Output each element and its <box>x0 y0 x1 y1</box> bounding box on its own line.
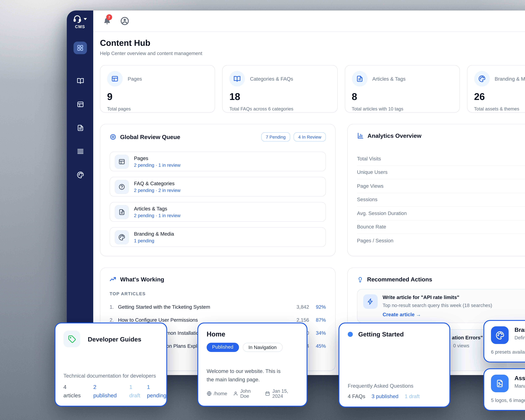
logos-images-text: 5 logos, 6 images <box>491 398 525 403</box>
analytics-row: Sessions 21,206 +9.4% <box>357 193 525 207</box>
action-card-write-article[interactable]: Write article for "API rate limits" Top … <box>357 289 525 323</box>
developer-guides-card[interactable]: Developer Guides Technical documentation… <box>55 323 167 407</box>
page-date: Jan 15, 2024 <box>272 389 298 399</box>
file-text-icon <box>77 124 84 131</box>
stat-card-articles-tags[interactable]: Articles & Tags 8 Total articles with 10… <box>345 65 460 112</box>
stat-label: Articles & Tags <box>372 76 406 82</box>
stat-cards: Pages 9 Total pages Categories & FAQs 18… <box>100 65 525 112</box>
article-row[interactable]: 1. Getting Started with the Ticketing Sy… <box>110 300 326 313</box>
stat-card-categories-faqs[interactable]: Categories & FAQs 18 Total FAQs across 6… <box>222 65 338 112</box>
user-avatar[interactable] <box>120 16 129 26</box>
status-dot-icon <box>348 332 353 337</box>
queue-item-pages[interactable]: Pages 2 pending · 1 in review <box>110 152 326 171</box>
card-stats: 4 FAQs 3 published 1 draft <box>348 393 441 399</box>
stat-label: Categories & FAQs <box>250 76 293 82</box>
chevron-down-icon <box>84 18 87 20</box>
queue-item-status: 2 pending · 2 in review <box>134 188 180 193</box>
presets-available-text: 6 presets available <box>491 349 525 355</box>
circle-help-icon <box>115 179 129 194</box>
sidebar-item-branding[interactable] <box>74 168 87 181</box>
article-rank: 1. <box>110 304 118 310</box>
queue-item-faq-categories[interactable]: FAQ & Categories 2 pending · 2 in review <box>110 177 326 196</box>
stat-card-pages[interactable]: Pages 9 Total pages <box>100 65 215 112</box>
queue-item-branding-media[interactable]: Branding & Media 1 pending <box>110 227 326 247</box>
global-review-queue-panel: Global Review Queue 7 Pending 4 In Revie… <box>100 124 336 256</box>
stat-value: 4 <box>63 384 81 390</box>
article-title: Getting Started with the Ticketing Syste… <box>118 304 297 310</box>
sidebar-item-articles[interactable] <box>74 121 87 134</box>
article-views: 2,156 <box>297 317 309 323</box>
analytics-row: Total Visits 24,812 +12.3% <box>357 152 525 166</box>
sidebar-item-pages[interactable] <box>74 98 87 111</box>
palette-icon <box>474 71 490 86</box>
page-slug: /home <box>214 391 227 396</box>
logo-text: CMS <box>75 24 85 29</box>
panel-title: Analytics Overview <box>367 132 422 139</box>
stat-label: pending <box>147 392 166 399</box>
queue-item-title: Branding & Media <box>134 231 174 237</box>
assets-logos-card[interactable]: Assets & Logos Manage your logos, images… <box>483 368 525 411</box>
layout-panel-icon <box>77 101 84 108</box>
card-description: Technical documentation for developers <box>63 373 158 379</box>
user-icon <box>233 391 238 396</box>
brand-colors-card[interactable]: Brand Colors Define your brand color pal… <box>483 320 525 363</box>
layout-panel-icon <box>115 154 129 169</box>
draft-count: 1 draft <box>405 393 420 399</box>
metric-label: Page Views <box>357 183 525 189</box>
sidebar-item-navigation[interactable] <box>74 145 87 158</box>
card-title: Assets & Logos <box>515 375 525 381</box>
card-title: Developer Guides <box>88 335 141 343</box>
review-eye-icon <box>110 134 116 140</box>
dashboard-grid-icon <box>77 45 84 51</box>
bar-chart-icon <box>357 132 364 139</box>
analytics-rows: Total Visits 24,812 +12.3% Unique Users … <box>357 152 525 247</box>
article-rate: 92% <box>313 304 326 310</box>
file-text-icon <box>352 71 367 86</box>
getting-started-card[interactable]: Getting Started Frequently Asked Questio… <box>338 323 450 407</box>
home-page-card[interactable]: Home Published In Navigation Welcome to … <box>197 323 308 407</box>
stat-sublabel: Total FAQs across 6 categories <box>229 106 330 111</box>
stat-value: 8 <box>352 91 453 103</box>
analytics-row: Pages / Session 3.18 +4.5% <box>357 234 525 247</box>
faq-count: 4 FAQs <box>348 393 365 399</box>
sidebar: CMS <box>67 10 93 375</box>
workspace-switcher[interactable]: CMS <box>67 15 93 29</box>
article-title: How to Configure User Permissions <box>118 317 297 323</box>
lightbulb-icon <box>357 276 363 282</box>
queue-item-title: Articles & Tags <box>134 206 180 212</box>
pending-count-badge: 7 Pending <box>261 132 290 141</box>
article-rate: 87% <box>313 317 326 323</box>
card-description: Frequently Asked Questions <box>348 383 441 389</box>
analytics-overview-panel: Analytics Overview Last 30 days Total Vi… <box>347 124 525 256</box>
sidebar-item-dashboard[interactable] <box>74 42 87 54</box>
card-description: Welcome to our website. This is the main… <box>207 368 286 384</box>
app-window: CMS <box>67 10 525 375</box>
screenshot-stage: CMS <box>0 0 525 420</box>
stat-sublabel: Total assets & themes <box>474 106 525 111</box>
review-queue-list: Pages 2 pending · 1 in review FAQ & Cate… <box>110 152 326 247</box>
book-open-icon <box>229 71 245 86</box>
stat-sublabel: Total pages <box>107 106 208 111</box>
stat-sublabel: Total articles with 10 tags <box>352 106 453 111</box>
analytics-row: Avg. Session Duration 3m 24s +0.8% <box>357 207 525 220</box>
stat-card-branding-media[interactable]: Branding & Media 26 Total assets & theme… <box>467 65 525 112</box>
queue-item-articles-tags[interactable]: Articles & Tags 2 pending · 1 in review <box>110 202 326 222</box>
published-count: 3 published <box>372 393 398 399</box>
trending-up-icon <box>110 276 116 283</box>
in-navigation-badge: In Navigation <box>243 343 282 352</box>
author-name: John Doe <box>240 389 259 399</box>
page-header: Content Hub Help Center overview and con… <box>100 38 202 56</box>
page-title: Content Hub <box>100 38 202 48</box>
page-subtitle: Help Center overview and content managem… <box>100 51 202 56</box>
file-text-icon <box>115 205 129 219</box>
sidebar-item-knowledge-base[interactable] <box>74 74 87 87</box>
queue-item-title: FAQ & Categories <box>134 181 180 187</box>
notifications-button[interactable]: 7 <box>103 17 111 25</box>
analytics-row-bounce-rate: Bounce Rate 34.2% -2.1% <box>357 220 525 234</box>
stat-value: 2 <box>93 384 117 390</box>
create-article-link[interactable]: Create article → <box>383 312 492 317</box>
card-description: Define your brand color palette and pres… <box>515 335 525 340</box>
article-views: 3,842 <box>297 304 309 310</box>
calendar-icon <box>265 391 270 396</box>
card-title: Home <box>207 331 298 338</box>
